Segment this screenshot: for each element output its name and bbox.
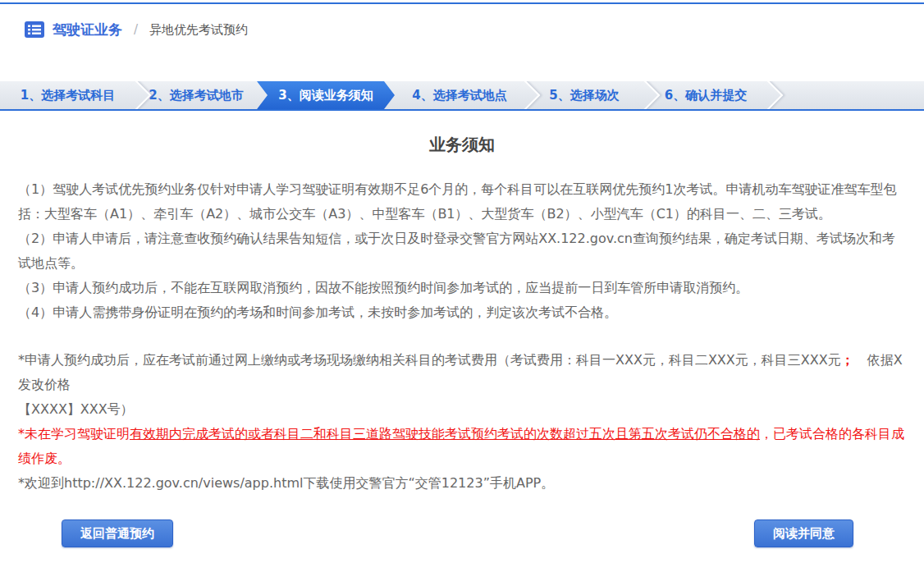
app-download-note: *欢迎到http://XX.122.gov.cn/views/app.html下…: [18, 471, 906, 496]
step-5-select-session[interactable]: 5、选择场次: [524, 81, 644, 109]
breadcrumb: 驾驶证业务 / 异地优先考试预约: [0, 4, 924, 55]
read-and-agree-button[interactable]: 阅读并同意: [754, 519, 853, 547]
page-title: 业务须知: [0, 134, 924, 156]
fee-note-line-2: 【XXXX】XXX号）: [18, 397, 906, 422]
fee-note-red-semicolon: ；: [841, 352, 854, 368]
step-label: 3、阅读业务须知: [278, 88, 373, 103]
spacer: [18, 325, 906, 348]
step-4-select-site[interactable]: 4、选择考试地点: [395, 81, 524, 109]
breadcrumb-section[interactable]: 驾驶证业务: [53, 21, 122, 39]
step-3-read-notice-active[interactable]: 3、阅读业务须知: [257, 81, 395, 109]
step-label: 4、选择考试地点: [412, 88, 506, 103]
back-to-normal-booking-button[interactable]: 返回普通预约: [62, 519, 173, 547]
notice-paragraph-3: （3）申请人预约成功后，不能在互联网取消预约，因故不能按照预约时间参加考试的，应…: [18, 276, 906, 300]
step-label: 6、确认并提交: [665, 88, 747, 103]
notice-paragraph-4: （4）申请人需携带身份证明在预约的考场和时间参加考试，未按时参加考试的，判定该次…: [18, 300, 906, 325]
breadcrumb-page-title: 异地优先考试预约: [149, 22, 248, 38]
step-1-select-subject[interactable]: 1、选择考试科目: [0, 81, 135, 109]
step-2-select-city[interactable]: 2、选择考试地市: [135, 81, 257, 109]
footer-actions: 返回普通预约 阅读并同意: [0, 519, 924, 547]
warning-lead: *未在学习驾驶证明: [18, 426, 130, 442]
notice-body: （1）驾驶人考试优先预约业务仅针对申请人学习驾驶证明有效期不足6个月的，每个科目…: [0, 156, 924, 496]
warning-underlined: 有效期内完成考试的或者科目二和科目三道路驾驶技能考试预约考试的次数超过五次且第五…: [130, 426, 760, 442]
notice-paragraph-1: （1）驾驶人考试优先预约业务仅针对申请人学习驾驶证明有效期不足6个月的，每个科目…: [18, 177, 906, 227]
fee-note-text: *申请人预约成功后，应在考试前通过网上缴纳或考场现场缴纳相关科目的考试费用（考试…: [18, 352, 841, 368]
step-6-confirm-submit[interactable]: 6、确认并提交: [644, 81, 767, 109]
warning-text: *未在学习驾驶证明有效期内完成考试的或者科目二和科目三道路驾驶技能考试预约考试的…: [18, 422, 906, 471]
notice-paragraph-2: （2）申请人申请后，请注意查收预约确认结果告知短信，或于次日及时登录交警官方网站…: [18, 227, 906, 276]
step-progress-bar: 1、选择考试科目 2、选择考试地市 3、阅读业务须知 4、选择考试地点 5、选择…: [0, 81, 924, 111]
step-label: 2、选择考试地市: [149, 88, 243, 103]
fee-note-line-1: *申请人预约成功后，应在考试前通过网上缴纳或考场现场缴纳相关科目的考试费用（考试…: [18, 348, 906, 397]
list-icon: [25, 21, 44, 38]
step-label: 5、选择场次: [549, 88, 619, 103]
breadcrumb-separator: /: [134, 22, 138, 37]
step-label: 1、选择考试科目: [21, 88, 115, 103]
page: 驾驶证业务 / 异地优先考试预约 1、选择考试科目 2、选择考试地市 3、阅读业…: [0, 0, 924, 572]
